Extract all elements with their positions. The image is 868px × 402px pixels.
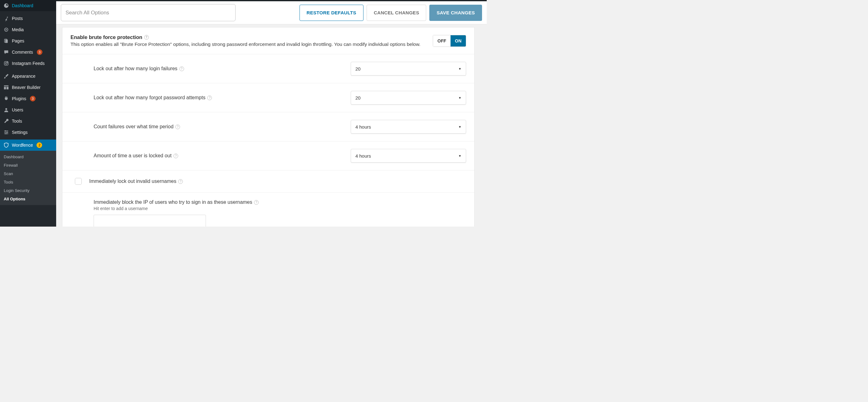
svg-point-9 (5, 108, 7, 110)
sidebar-label: Users (12, 107, 23, 112)
option-label: Amount of time a user is locked out ? (94, 153, 345, 159)
instagram-icon (3, 60, 9, 66)
lockout-time-select[interactable]: 4 hours ▼ (351, 149, 466, 163)
sidebar-item-comments[interactable]: Comments 3 (0, 47, 56, 58)
save-changes-button[interactable]: SAVE CHANGES (429, 5, 482, 21)
sliders-icon (3, 129, 9, 135)
option-login-failures: Lock out after how many login failures ?… (62, 54, 474, 83)
login-failures-select[interactable]: 20 ▼ (351, 62, 466, 75)
sidebar-item-wordfence[interactable]: Wordfence 2 (0, 140, 56, 151)
content-scroll[interactable]: Enable brute force protection ? This opt… (56, 24, 480, 226)
label-text: Lock out after how many forgot password … (94, 95, 205, 100)
right-gutter (480, 24, 487, 226)
submenu-login-security[interactable]: Login Security (0, 186, 56, 195)
brush-icon (3, 73, 9, 79)
select-value: 20 (355, 66, 458, 71)
sidebar-item-dashboard[interactable]: Dashboard (0, 0, 56, 11)
submenu-tools[interactable]: Tools (0, 178, 56, 186)
sidebar-item-beaver[interactable]: Beaver Builder (0, 82, 56, 93)
submenu-all-options[interactable]: All Options (0, 195, 56, 203)
sidebar-item-pages[interactable]: Pages (0, 35, 56, 47)
sidebar-item-appearance[interactable]: Appearance (0, 70, 56, 82)
block-ip-usernames-input[interactable] (94, 215, 206, 226)
svg-point-14 (6, 132, 8, 133)
label-text: Count failures over what time period (94, 124, 174, 129)
option-lockout-time: Amount of time a user is locked out ? 4 … (62, 142, 474, 171)
bruteforce-desc: This option enables all "Brute Force Pro… (70, 41, 427, 47)
help-icon[interactable]: ? (174, 154, 178, 158)
svg-rect-2 (5, 40, 8, 43)
restore-defaults-button[interactable]: RESTORE DEFAULTS (300, 5, 364, 21)
shield-icon (3, 142, 9, 148)
sidebar-item-posts[interactable]: Posts (0, 13, 56, 24)
sidebar-item-tools[interactable]: Tools (0, 116, 56, 127)
wordfence-badge: 2 (36, 142, 42, 148)
count-period-select[interactable]: 4 hours ▼ (351, 120, 466, 133)
toggle-off[interactable]: OFF (433, 35, 451, 47)
chevron-down-icon: ▼ (458, 67, 461, 70)
sidebar-item-users[interactable]: Users (0, 104, 56, 116)
sidebar-label: Settings (12, 130, 28, 135)
lock-invalid-checkbox[interactable] (75, 178, 82, 185)
submenu-dashboard[interactable]: Dashboard (0, 153, 56, 161)
sidebar-label: Media (12, 27, 24, 32)
sidebar-label: Instagram Feeds (12, 61, 44, 66)
help-icon[interactable]: ? (207, 95, 212, 100)
options-toolbar: RESTORE DEFAULTS CANCEL CHANGES SAVE CHA… (56, 1, 487, 24)
sidebar-label: Plugins (12, 96, 26, 101)
select-value: 4 hours (355, 153, 458, 159)
sidebar-label: Comments (12, 50, 33, 55)
sidebar-label: Beaver Builder (12, 85, 40, 90)
label-text: Immediately block the IP of users who tr… (94, 199, 252, 205)
sidebar-item-instagram[interactable]: Instagram Feeds (0, 58, 56, 69)
bruteforce-header: Enable brute force protection ? This opt… (62, 28, 474, 54)
sidebar-label: Pages (12, 38, 24, 43)
toggle-on[interactable]: ON (451, 35, 466, 47)
chevron-down-icon: ▼ (458, 96, 461, 99)
help-icon[interactable]: ? (179, 66, 184, 71)
svg-point-5 (7, 62, 8, 62)
admin-sidebar: Dashboard Posts Media Pages Comments 3 I… (0, 0, 56, 226)
option-count-period: Count failures over what time period ? 4… (62, 112, 474, 142)
main-area: RESTORE DEFAULTS CANCEL CHANGES SAVE CHA… (56, 0, 487, 226)
search-input[interactable] (61, 4, 236, 21)
bruteforce-toggle[interactable]: OFF ON (433, 35, 466, 47)
submenu-scan[interactable]: Scan (0, 169, 56, 178)
label-text: Lock out after how many login failures (94, 66, 178, 71)
option-label: Count failures over what time period ? (94, 124, 345, 129)
forgot-password-select[interactable]: 20 ▼ (351, 91, 466, 104)
svg-rect-6 (4, 86, 8, 87)
option-lock-invalid: Immediately lock out invalid usernames ? (62, 171, 474, 192)
help-icon[interactable]: ? (144, 35, 149, 40)
sidebar-item-plugins[interactable]: Plugins 3 (0, 93, 56, 104)
wrench-icon (3, 118, 9, 124)
help-icon[interactable]: ? (178, 179, 183, 184)
dashboard-icon (3, 2, 9, 9)
bruteforce-title: Enable brute force protection ? (70, 34, 427, 40)
submenu-firewall[interactable]: Firewall (0, 161, 56, 169)
plugins-badge: 3 (30, 96, 36, 101)
sidebar-item-media[interactable]: Media (0, 24, 56, 35)
comment-icon (3, 49, 9, 55)
block-ip-hint: Hit enter to add a username (94, 206, 466, 211)
cancel-changes-button[interactable]: CANCEL CHANGES (367, 5, 427, 21)
layout-icon (3, 84, 9, 91)
help-icon[interactable]: ? (175, 125, 180, 129)
help-icon[interactable]: ? (254, 200, 259, 205)
label-text: Immediately lock out invalid usernames (89, 179, 176, 184)
bruteforce-panel: Enable brute force protection ? This opt… (62, 28, 474, 226)
comments-badge: 3 (37, 49, 42, 55)
sidebar-label: Wordfence (12, 143, 33, 148)
option-label: Lock out after how many forgot password … (94, 95, 345, 100)
select-value: 20 (355, 95, 458, 100)
label-text: Amount of time a user is locked out (94, 153, 172, 159)
plug-icon (3, 95, 9, 102)
sidebar-item-settings[interactable]: Settings (0, 127, 56, 138)
svg-point-4 (5, 62, 7, 64)
option-label: Lock out after how many login failures ? (94, 66, 345, 71)
user-icon (3, 107, 9, 113)
svg-rect-8 (6, 87, 8, 89)
media-icon (3, 27, 9, 33)
sidebar-label: Tools (12, 119, 22, 124)
block-ip-title: Immediately block the IP of users who tr… (94, 199, 466, 205)
